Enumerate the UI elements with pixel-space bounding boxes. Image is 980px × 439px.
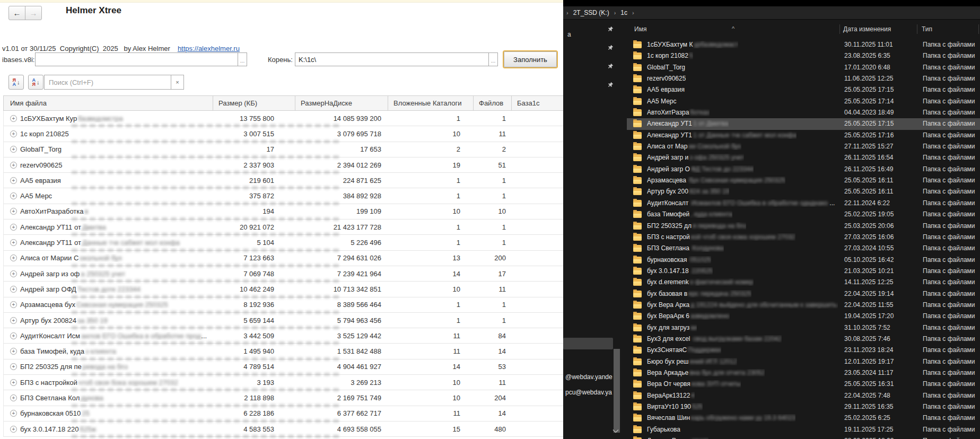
list-item[interactable]: АА5 Мерс25.05.2025 17:14Папка с файлами [627, 96, 980, 107]
table-row[interactable]: +rezerv0906252 337 9032 394 012 2691951 [3, 157, 563, 173]
list-item[interactable]: АвтоХитРазработказ04.04.2023 18:49Папка … [627, 107, 980, 118]
expand-icon[interactable]: + [10, 192, 17, 199]
table-row[interactable]: +АА5 евразия219 601224 871 62511 [3, 173, 563, 188]
ibases-browse-button[interactable]: ... [238, 52, 247, 66]
list-item[interactable]: бух для загрузки31.10.2025 7:52Папка с ф… [627, 322, 980, 333]
expand-icon[interactable]: + [10, 348, 17, 355]
search-clear-button[interactable]: × [171, 75, 184, 90]
list-item[interactable]: Вячеслав Шинкарь обгружено нами уу 19.3 … [627, 412, 980, 424]
list-item[interactable]: БП3 с настройкой чтоб своя кома хорошем … [627, 232, 980, 243]
pushpin-icon[interactable] [608, 82, 614, 89]
author-link[interactable]: https://alexhelmer.ru [178, 45, 240, 52]
table-row[interactable]: +АА5 Мерс375 872384 892 92811 [3, 188, 563, 204]
list-item[interactable]: rezerv09062511.06.2025 12:25Папка с файл… [627, 73, 980, 84]
table-row[interactable]: +БП3 Светлана Колдунова2 118 8982 169 75… [3, 390, 563, 406]
explorer-column-type[interactable]: Тип [922, 25, 932, 33]
expand-icon[interactable]: + [10, 162, 17, 169]
column-header-size-on-disk[interactable]: РазмерНаДиске [295, 96, 388, 110]
expand-icon[interactable]: + [10, 130, 17, 137]
table-row[interactable]: +БП3 с настройкой чтоб своя бока хорошем… [3, 375, 563, 390]
table-row[interactable]: +БП2 250325 для перевода на бпз4 789 514… [3, 359, 563, 375]
expand-icon[interactable]: + [10, 239, 17, 246]
table-row[interactable]: +база Тимофей, кудаз клиента1 495 9401 5… [3, 344, 563, 359]
back-button[interactable]: ← [8, 6, 25, 20]
list-item[interactable]: Вера Аркадьевна бух для отчета 2305223.0… [627, 367, 980, 379]
list-item[interactable]: Александр УТ11 от Данные тчк сабжет мол … [627, 130, 980, 141]
list-item[interactable]: АудитКонсалт Исмаилов ЕГО Ошибка в обраб… [627, 198, 980, 209]
table-row[interactable]: +1с корп 2108253 007 5153 079 695 718101… [3, 126, 563, 142]
root-browse-button[interactable]: ... [488, 52, 498, 66]
list-item[interactable]: бух Вера Аркад 191224 выйдено для обсчит… [627, 300, 980, 311]
list-item[interactable]: бурнаковская 05102505.10.2025 16:42Папка… [627, 254, 980, 266]
explorer-column-date[interactable]: Дата изменения [843, 25, 891, 33]
table-row[interactable]: +АудитКонсалт Исмаилов ЕГО Ошибка в обра… [3, 328, 563, 344]
list-item[interactable]: база Тимофей, куда клиента25.02.2025 19:… [627, 209, 980, 220]
chevron-down-icon[interactable] [612, 427, 619, 435]
expand-icon[interactable]: + [10, 146, 17, 153]
list-item[interactable]: Губарькова19.11.2025 17:25Папка с файлам… [627, 424, 980, 435]
expand-icon[interactable]: + [10, 224, 17, 231]
column-header-files[interactable]: Файлов [474, 96, 512, 110]
breadcrumb-item-drive[interactable]: 2T_SSD (K:) [573, 9, 609, 16]
nav-scrollbar[interactable] [614, 349, 620, 433]
explorer-column-name[interactable]: Имя [634, 25, 646, 33]
table-row[interactable]: +Андрей загр из офа 250325 учет7 069 748… [3, 266, 563, 282]
list-item[interactable]: Бух3 для excel свод выгрузками базам 220… [627, 333, 980, 345]
column-header-base1c[interactable]: База1с [512, 96, 563, 110]
list-item[interactable]: 1сБУХБахтум Курбазведомаст30.11.2025 11:… [627, 39, 980, 50]
table-row[interactable]: +Артур бух 200824 за 350 195 659 1445 79… [3, 313, 563, 328]
expand-icon[interactable]: + [10, 177, 17, 184]
column-header-subdirs[interactable]: Вложенные Каталоги [388, 96, 474, 110]
fill-button[interactable]: Заполнить [504, 51, 557, 67]
pushpin-icon[interactable] [608, 63, 614, 71]
expand-icon[interactable]: + [10, 332, 17, 339]
expand-icon[interactable]: + [10, 394, 17, 401]
table-row[interactable]: +бух 3.0.147.18 220б25ж4 583 5534 693 55… [3, 422, 563, 437]
list-item[interactable]: 1с корп 21082523.08.2025 6:35Папка с фай… [627, 50, 980, 62]
expand-icon[interactable]: + [10, 270, 17, 277]
list-item[interactable]: Бух3СнятаяСПоддержки23.11.2023 18:24Папк… [627, 345, 980, 356]
list-item[interactable]: ВераАрк13122422.04.2025 7:48Папка с файл… [627, 390, 980, 401]
table-row[interactable]: +Андрей загр ОФД Тестов доте 22334410 46… [3, 282, 563, 297]
list-item[interactable]: Андрей загр из офа 250325 учет26.11.2025… [627, 152, 980, 163]
expand-icon[interactable]: + [10, 286, 17, 293]
expand-icon[interactable]: + [10, 410, 17, 417]
list-item[interactable]: Вера От червякова ЗУП отчеты25.05.2025 1… [627, 379, 980, 390]
sort-ascending-button[interactable]: АЯ ↓ [28, 75, 43, 90]
expand-icon[interactable]: + [10, 208, 17, 215]
nav-item-highlight[interactable] [563, 338, 613, 349]
expand-icon[interactable]: + [10, 301, 17, 308]
list-item[interactable]: Александр УТ11 от Дмитва25.05.2025 17:15… [627, 118, 980, 129]
list-item[interactable]: Арзамасцева бух Сквозная нумерация 25032… [627, 175, 980, 186]
nav-item-webdav[interactable]: pcu@webdav.ya [565, 389, 612, 396]
table-row[interactable]: +1сБУХБахтум Курбазведомстра13 755 80014… [3, 111, 563, 126]
table-row[interactable]: +GlobalT_Torg1717 65322 [3, 142, 563, 157]
list-item[interactable]: Диадок_Реализация28.02.2025 18:02Папка с… [627, 435, 980, 439]
list-item[interactable]: АА5 евразия25.05.2025 17:15Папка с файла… [627, 84, 980, 95]
list-item[interactable]: бух 3.0.147.18 220б2521.03.2025 10:21Пап… [627, 266, 980, 277]
table-row[interactable]: +Алиса от Марии Сокольной бух7 123 6637 … [3, 251, 563, 266]
forward-button[interactable]: → [25, 6, 42, 20]
list-item[interactable]: бух d.eremenkо фактический номер14.11.20… [627, 277, 980, 288]
sort-descending-button[interactable]: ЯА ↓ [8, 75, 24, 90]
search-input[interactable] [44, 75, 171, 90]
table-row[interactable]: +Арзамасцева бух Сквозная нумерация 2503… [3, 297, 563, 313]
expand-icon[interactable]: + [10, 426, 17, 433]
breadcrumb-item-folder[interactable]: 1c [620, 9, 627, 16]
list-item[interactable]: бух базовая верс передача 25032522.04.20… [627, 288, 980, 300]
pushpin-icon[interactable] [608, 45, 614, 52]
root-input[interactable] [295, 52, 489, 66]
expand-icon[interactable]: + [10, 379, 17, 386]
list-item[interactable]: Артур бух 200824 за 350 1925.05.2025 16:… [627, 186, 980, 197]
table-row[interactable]: +АвтоХитРазработкав194199 1091010 [3, 204, 563, 220]
list-item[interactable]: Алиса от Марии Сокольной бух27.11.2025 1… [627, 141, 980, 152]
column-header-name[interactable]: Имя файла [4, 96, 213, 110]
nav-item-webdav[interactable]: @webdav.yande [565, 373, 612, 381]
table-row[interactable]: +Александр УТ11 от Данные тчк сабжет мол… [3, 235, 563, 250]
list-item[interactable]: БП2 250325 для перевода на бпз25.03.2025… [627, 221, 980, 232]
pushpin-icon[interactable] [608, 26, 614, 33]
column-header-size-kb[interactable]: Размер (КБ) [213, 96, 295, 110]
expand-icon[interactable]: + [10, 115, 17, 122]
list-item[interactable]: GlobalT_Torg17.01.2020 6:48Папка с файла… [627, 62, 980, 73]
list-item[interactable]: Андрей загр ОФД Тестов до 22334426.11.20… [627, 164, 980, 175]
